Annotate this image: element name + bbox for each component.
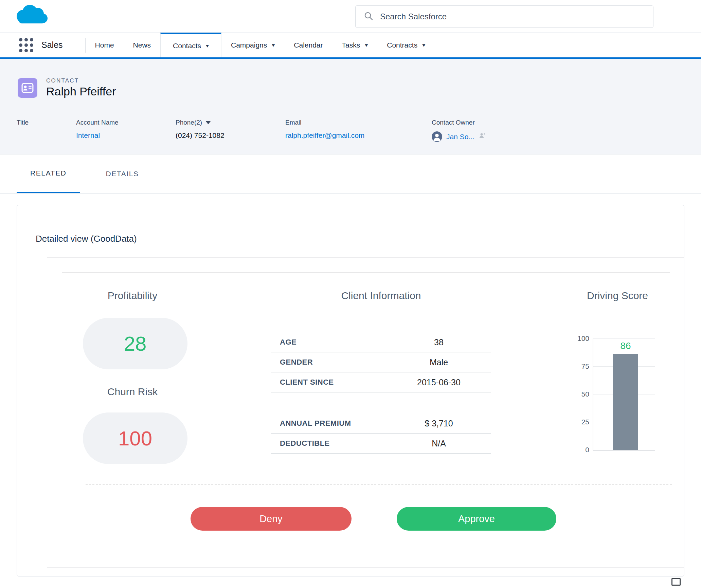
change-owner-icon[interactable]	[479, 132, 486, 141]
global-header	[0, 0, 701, 32]
row-label: ANNUAL PREMIUM	[271, 419, 388, 428]
nav-tabs: Home News Contacts ▾ Campaigns ▾ Calenda…	[86, 33, 435, 57]
entity-label: CONTACT	[46, 77, 79, 84]
nav-tab-campaigns[interactable]: Campaigns ▾	[221, 33, 284, 57]
field-account-name: Account Name Internal	[76, 119, 119, 140]
y-axis	[593, 338, 593, 451]
field-label: Account Name	[76, 119, 119, 126]
table-row: ANNUAL PREMIUM $ 3,710	[271, 414, 491, 434]
card-title: Detailed view (GoodData)	[36, 234, 137, 244]
profitability-kpi: 28	[83, 318, 187, 369]
owner-avatar-icon	[432, 131, 442, 142]
nav-tab-label: News	[133, 41, 151, 49]
profitability-heading: Profitability	[75, 290, 190, 301]
client-info-table-top: AGE 38 GENDER Male CLIENT SINCE 2015-06-…	[271, 332, 491, 392]
nav-tab-contacts[interactable]: Contacts ▾	[160, 33, 221, 57]
nav-tab-label: Home	[95, 41, 114, 49]
row-label: GENDER	[271, 358, 388, 367]
driving-score-chart: 100 75 50 25 0 86	[570, 336, 701, 455]
nav-tab-label: Contacts	[173, 42, 201, 50]
field-title: Title	[17, 119, 29, 131]
field-label: Title	[17, 119, 29, 126]
row-label: AGE	[271, 338, 388, 347]
row-value: N/A	[388, 439, 490, 448]
record-header: CONTACT Ralph Pfeiffer Title Account Nam…	[0, 59, 701, 154]
chevron-down-icon: ▾	[206, 42, 209, 49]
salesforce-app: Sales Home News Contacts ▾ Campaigns ▾ C…	[0, 0, 701, 588]
tab-details[interactable]: DETAILS	[92, 154, 152, 193]
phone-dropdown-icon[interactable]	[205, 121, 211, 124]
row-value: Male	[388, 357, 490, 367]
table-row: DEDUCTIBLE N/A	[271, 434, 491, 454]
global-search[interactable]	[355, 5, 653, 28]
deny-button[interactable]: Deny	[191, 507, 352, 531]
email-link[interactable]: ralph.pfeiffer@gmail.com	[285, 131, 364, 140]
row-label: CLIENT SINCE	[271, 378, 388, 387]
chevron-down-icon: ▾	[365, 42, 368, 48]
approve-button[interactable]: Approve	[397, 507, 556, 531]
nav-tab-label: Contracts	[387, 41, 417, 49]
nav-bar: Sales Home News Contacts ▾ Campaigns ▾ C…	[0, 32, 701, 59]
client-info-table-bottom: ANNUAL PREMIUM $ 3,710 DEDUCTIBLE N/A	[271, 414, 491, 454]
y-tick: 75	[570, 362, 589, 370]
account-link[interactable]: Internal	[76, 131, 100, 140]
field-contact-owner: Contact Owner Jan So...	[432, 119, 486, 142]
client-info-heading: Client Information	[323, 290, 439, 301]
profitability-value: 28	[124, 332, 147, 355]
y-tick: 25	[570, 418, 589, 426]
gooddata-card: Detailed view (GoodData) Profitability 2…	[17, 205, 684, 576]
nav-tab-label: Tasks	[342, 41, 360, 49]
nav-tab-label: Campaigns	[231, 41, 267, 49]
nav-tab-home[interactable]: Home	[86, 33, 124, 57]
churn-risk-heading: Churn Risk	[75, 386, 190, 398]
nav-tab-news[interactable]: News	[124, 33, 161, 57]
tab-related[interactable]: RELATED	[17, 154, 80, 193]
cloud-icon	[14, 3, 49, 27]
field-label: Contact Owner	[432, 119, 486, 126]
row-value: 38	[388, 337, 490, 347]
gridline	[593, 338, 655, 339]
churn-risk-value: 100	[118, 427, 152, 450]
search-icon	[364, 11, 373, 22]
app-launcher-icon[interactable]	[19, 38, 33, 52]
record-name: Ralph Pfeiffer	[46, 85, 116, 98]
row-value: $ 3,710	[388, 419, 490, 428]
table-row: CLIENT SINCE 2015-06-30	[271, 372, 491, 392]
nav-tab-calendar[interactable]: Calendar	[284, 33, 332, 57]
churn-risk-kpi: 100	[83, 412, 187, 464]
gooddata-widget: Profitability 28 Churn Risk 100 Client I…	[47, 257, 684, 568]
nav-tab-tasks[interactable]: Tasks ▾	[332, 33, 378, 57]
table-row: AGE 38	[271, 332, 491, 352]
app-name: Sales	[41, 40, 63, 50]
nav-tab-label: Calendar	[294, 41, 323, 49]
nav-tab-contracts[interactable]: Contracts ▾	[377, 33, 435, 57]
contact-card-icon	[18, 78, 37, 98]
y-tick: 50	[570, 390, 589, 398]
driving-score-value: 86	[613, 341, 638, 351]
popout-button[interactable]	[671, 578, 681, 586]
search-input[interactable]	[380, 12, 645, 21]
row-value: 2015-06-30	[388, 378, 490, 387]
field-label: Phone(2)	[176, 119, 202, 126]
row-label: DEDUCTIBLE	[271, 439, 388, 448]
chevron-down-icon: ▾	[422, 42, 425, 48]
y-tick: 100	[570, 334, 589, 343]
phone-value: (024) 752-1082	[176, 131, 224, 140]
y-tick: 0	[570, 446, 589, 454]
table-row: GENDER Male	[271, 352, 491, 372]
x-axis	[593, 450, 655, 451]
section-divider	[86, 484, 672, 485]
chevron-down-icon: ▾	[272, 42, 275, 48]
field-label: Email	[285, 119, 364, 126]
record-tabstrip: RELATED DETAILS	[0, 154, 701, 194]
field-phone: Phone(2) (024) 752-1082	[176, 119, 224, 140]
field-email: Email ralph.pfeiffer@gmail.com	[285, 119, 364, 140]
widget-top-rule	[62, 272, 670, 273]
owner-link[interactable]: Jan So...	[446, 133, 474, 141]
salesforce-cloud-logo	[14, 3, 49, 29]
driving-score-heading: Driving Score	[560, 290, 675, 301]
driving-score-bar	[613, 354, 638, 450]
